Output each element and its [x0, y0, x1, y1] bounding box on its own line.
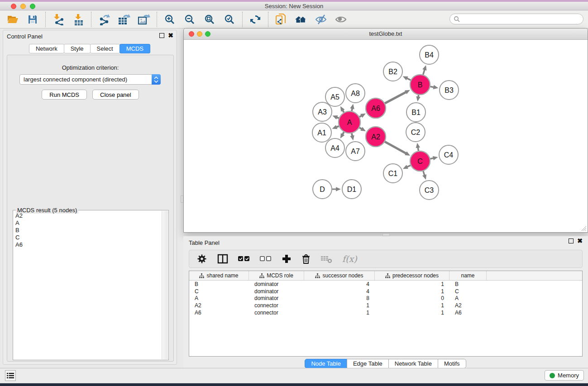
table-cell[interactable]: A2	[449, 302, 487, 309]
criterion-dropdown[interactable]: largest connected component (directed)	[19, 74, 161, 85]
float-panel-icon[interactable]	[159, 33, 164, 38]
search-input[interactable]	[460, 16, 583, 22]
column-tree-icon	[199, 273, 204, 278]
table-cell[interactable]: 1	[375, 302, 449, 309]
unselect-all-columns-icon[interactable]	[260, 256, 272, 262]
table-cell[interactable]: C	[449, 288, 487, 295]
delete-column-trash-icon[interactable]	[301, 254, 311, 264]
search-field[interactable]	[449, 14, 583, 24]
table-cell[interactable]: 1	[375, 281, 449, 287]
table-cell[interactable]: 0	[375, 295, 449, 301]
delete-table-icon[interactable]	[320, 254, 332, 264]
table-settings-gear-icon[interactable]	[196, 253, 207, 264]
zoom-out-icon[interactable]	[183, 13, 196, 26]
show-column-panel-icon[interactable]	[217, 254, 228, 264]
mcds-result-item[interactable]: A	[14, 219, 161, 227]
vertical-splitter-handle[interactable]	[181, 195, 183, 203]
hide-selection-icon[interactable]	[314, 13, 328, 26]
control-tab-select[interactable]: Select	[90, 44, 120, 53]
table-cell[interactable]: dominator	[249, 288, 304, 295]
float-table-panel-icon[interactable]	[569, 238, 574, 243]
column-header-shared-name[interactable]: shared name	[189, 271, 249, 280]
table-cell[interactable]: 1	[375, 288, 449, 295]
open-session-icon[interactable]	[6, 13, 19, 26]
table-cell[interactable]: 1	[304, 310, 375, 316]
table-cell[interactable]: A6	[449, 310, 487, 316]
table-cell[interactable]: B	[189, 281, 249, 287]
table-tab-motifs[interactable]: Motifs	[438, 359, 466, 368]
close-table-panel-icon[interactable]: ✖	[577, 238, 583, 243]
table-cell[interactable]: B	[449, 281, 487, 287]
table-cell[interactable]: A2	[189, 302, 249, 309]
network-graph-canvas[interactable]: AA6A2BCA5A8A3A1A4A7B2B4B3B1C2C4C1C3DD1	[184, 40, 587, 232]
import-network-icon[interactable]	[52, 13, 65, 26]
table-cell[interactable]: connector	[249, 310, 304, 316]
task-list-icon	[7, 372, 14, 379]
show-all-icon[interactable]	[334, 13, 348, 26]
graph-node-label: B2	[388, 68, 397, 76]
mcds-result-item[interactable]: A2	[14, 212, 161, 219]
resize-grip-icon[interactable]	[580, 225, 587, 231]
export-image-icon[interactable]	[137, 13, 151, 26]
control-tab-style[interactable]: Style	[64, 44, 91, 53]
mcds-result-item[interactable]: C	[14, 234, 161, 241]
edge-A2-C[interactable]	[385, 142, 406, 153]
table-cell[interactable]: A	[449, 295, 487, 301]
save-session-icon[interactable]	[26, 13, 39, 26]
control-tab-network[interactable]: Network	[29, 44, 64, 53]
result-scrollbar[interactable]	[162, 211, 168, 359]
zoom-fit-icon[interactable]	[203, 13, 216, 26]
export-table-icon[interactable]	[117, 13, 131, 26]
column-header-predecessor-nodes[interactable]: predecessor nodes	[375, 271, 449, 280]
table-cell[interactable]: 8	[304, 295, 375, 301]
table-cell[interactable]: C	[189, 288, 249, 295]
column-header-MCDS-role[interactable]: MCDS role	[249, 271, 304, 280]
graph-node-label: A5	[330, 93, 339, 101]
task-history-button[interactable]	[5, 370, 16, 381]
table-cell[interactable]: 1	[304, 302, 375, 309]
network-window-titlebar[interactable]: testGlobe.txt	[184, 29, 588, 40]
table-row[interactable]: A6connector11A6	[189, 309, 582, 316]
column-header-name[interactable]: name	[449, 271, 487, 280]
export-network-icon[interactable]	[97, 13, 111, 26]
close-panel-button[interactable]: Close panel	[92, 90, 139, 100]
table-cell[interactable]: 4	[304, 281, 375, 287]
run-mcds-button[interactable]: Run MCDS	[42, 90, 87, 100]
mcds-result-list[interactable]: A2ABCA6	[14, 212, 161, 359]
edge-A6-B[interactable]	[385, 92, 406, 103]
zoom-selected-icon[interactable]	[223, 13, 236, 26]
table-tab-node-table[interactable]: Node Table	[305, 359, 347, 368]
select-all-columns-icon[interactable]	[238, 256, 250, 262]
table-cell[interactable]: dominator	[249, 281, 304, 287]
table-row[interactable]: Bdominator41B	[189, 281, 582, 288]
graph-node-label: B3	[445, 86, 454, 94]
table-cell[interactable]: connector	[249, 302, 304, 309]
refresh-icon[interactable]	[249, 13, 262, 26]
edge-arrowhead	[416, 143, 420, 148]
control-tab-mcds[interactable]: MCDS	[120, 44, 150, 53]
table-cell[interactable]: 1	[375, 310, 449, 316]
graph-node-label: B	[418, 81, 423, 89]
function-builder-icon[interactable]: f(x)	[342, 254, 357, 264]
table-cell[interactable]: dominator	[249, 295, 304, 301]
create-column-plus-icon[interactable]	[282, 254, 292, 264]
first-neighbors-icon[interactable]	[294, 13, 308, 26]
table-row[interactable]: Adominator80A	[189, 295, 582, 302]
mcds-result-item[interactable]: A6	[14, 241, 161, 248]
table-tab-network-table[interactable]: Network Table	[388, 359, 438, 368]
close-panel-icon[interactable]: ✖	[168, 33, 173, 38]
zoom-in-icon[interactable]	[163, 13, 177, 26]
network-from-selection-icon[interactable]	[274, 13, 288, 26]
column-header-successor-nodes[interactable]: successor nodes	[304, 271, 375, 280]
mcds-result-item[interactable]: B	[14, 227, 161, 234]
status-bar: Memory	[0, 368, 588, 382]
table-row[interactable]: A2connector11A2	[189, 302, 582, 309]
node-table[interactable]: shared nameMCDS rolesuccessor nodesprede…	[189, 271, 583, 357]
table-cell[interactable]: A6	[189, 310, 249, 316]
import-table-icon[interactable]	[72, 13, 85, 26]
memory-button[interactable]: Memory	[545, 370, 584, 381]
table-row[interactable]: Cdominator41C	[189, 288, 582, 295]
table-cell[interactable]: 4	[304, 288, 375, 295]
table-tab-edge-table[interactable]: Edge Table	[347, 359, 389, 368]
table-cell[interactable]: A	[189, 295, 249, 301]
